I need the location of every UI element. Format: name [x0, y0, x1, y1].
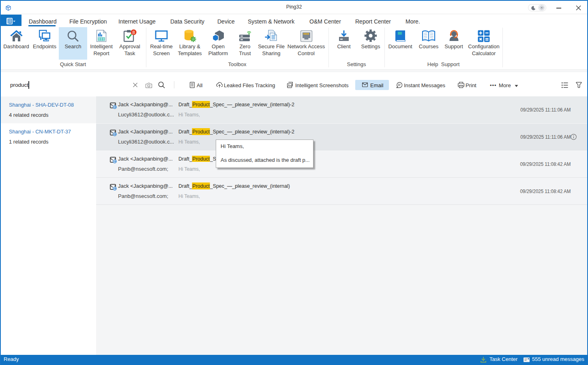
svg-text:8: 8 — [132, 30, 135, 35]
